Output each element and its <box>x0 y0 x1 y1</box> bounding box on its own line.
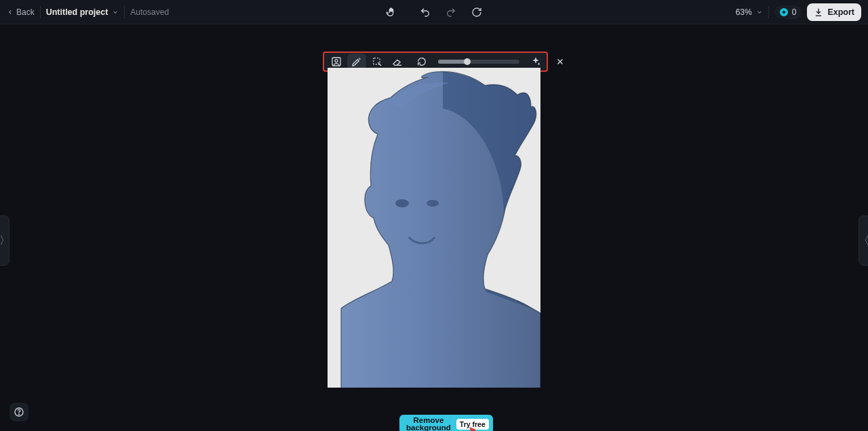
tokens-count: 0 <box>792 7 797 17</box>
hand-icon <box>386 7 397 18</box>
stage: 〉 〈 Remove background Try free <box>0 24 868 431</box>
help-icon <box>14 407 24 417</box>
restore-brush-icon <box>416 56 427 67</box>
zoom-value: 63% <box>736 7 752 17</box>
canvas[interactable] <box>328 68 540 388</box>
divider <box>124 6 125 18</box>
export-button[interactable]: Export <box>807 3 861 21</box>
slider-thumb[interactable] <box>464 58 471 65</box>
brush-icon <box>351 56 362 67</box>
sparkle-icon <box>530 56 541 67</box>
pan-hand-button[interactable] <box>382 3 400 21</box>
lasso-select-icon <box>372 56 382 67</box>
svg-marker-0 <box>781 9 786 14</box>
chevron-down-icon <box>112 9 119 16</box>
person-mask-icon <box>331 56 342 67</box>
close-icon <box>555 57 565 66</box>
right-panel-toggle[interactable]: 〈 <box>859 216 868 266</box>
download-icon <box>814 7 823 17</box>
chevron-left-icon <box>7 9 14 16</box>
redo-icon <box>446 7 456 18</box>
brush-size-slider[interactable] <box>438 60 519 64</box>
chevron-down-icon <box>756 9 763 16</box>
svg-point-8 <box>395 199 409 207</box>
export-label: Export <box>827 7 854 17</box>
remove-background-cta[interactable]: Remove background Try free <box>399 415 493 431</box>
svg-point-2 <box>335 60 338 62</box>
tokens-pill[interactable]: 0 <box>774 5 802 19</box>
undo-icon <box>420 7 431 18</box>
slider-fill <box>438 60 467 64</box>
back-button[interactable]: Back <box>7 7 35 17</box>
top-bar-center <box>382 3 486 21</box>
divider <box>768 6 769 18</box>
chevron-left-icon: 〈 <box>859 234 869 248</box>
redo-button[interactable] <box>442 3 460 21</box>
back-label: Back <box>16 7 35 17</box>
subject-mask-overlay <box>328 68 540 388</box>
token-icon <box>780 8 788 16</box>
undo-button[interactable] <box>416 3 434 21</box>
cta-text: Remove background <box>406 417 451 432</box>
svg-point-9 <box>427 200 439 207</box>
project-name: Untitled project <box>46 7 108 17</box>
toolbar-group-right <box>548 54 572 70</box>
top-bar-left: Back Untitled project Autosaved <box>7 6 169 18</box>
divider <box>40 6 41 18</box>
left-panel-toggle[interactable]: 〉 <box>0 216 9 266</box>
eraser-icon <box>392 56 403 67</box>
refresh-icon <box>471 7 482 18</box>
svg-point-13 <box>18 414 19 415</box>
reset-button[interactable] <box>468 3 486 21</box>
top-bar-right: 63% 0 Export <box>736 3 861 21</box>
zoom-dropdown[interactable]: 63% <box>736 7 763 17</box>
close-toolbar-button[interactable] <box>551 54 570 70</box>
top-bar: Back Untitled project Autosaved <box>0 0 868 24</box>
autosaved-label: Autosaved <box>130 7 169 17</box>
project-name-dropdown[interactable]: Untitled project <box>46 7 119 17</box>
cta-line2: background <box>406 424 451 431</box>
help-button[interactable] <box>9 403 28 422</box>
try-free-badge: Try free <box>456 419 489 430</box>
chevron-right-icon: 〉 <box>0 234 10 248</box>
